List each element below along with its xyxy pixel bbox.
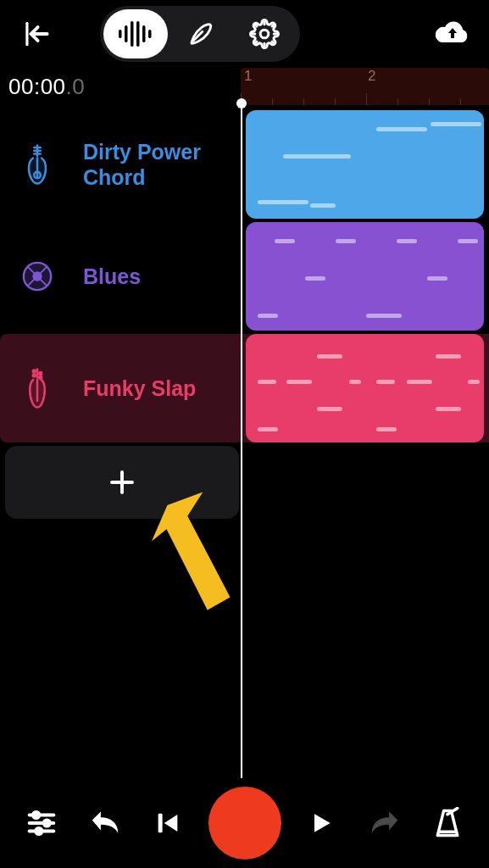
plus-icon xyxy=(107,467,137,498)
playhead[interactable] xyxy=(241,105,242,778)
undo-icon xyxy=(87,809,123,837)
track-header[interactable]: Dirty Power Chord xyxy=(0,110,241,219)
record-button[interactable] xyxy=(208,787,281,860)
ruler-mark: 1 xyxy=(244,68,252,85)
track-row[interactable]: Blues xyxy=(0,222,489,331)
svg-point-14 xyxy=(39,376,42,379)
guitar-icon xyxy=(20,143,54,186)
timecode-fraction: .0 xyxy=(66,74,86,99)
sliders-icon xyxy=(25,807,58,839)
svg-rect-3 xyxy=(131,21,134,47)
track-row-selected[interactable]: Funky Slap xyxy=(0,334,489,442)
mixer-button[interactable] xyxy=(19,800,64,846)
timeline-ruler[interactable]: 1 2 xyxy=(241,68,489,105)
drum-icon xyxy=(20,260,54,292)
track-clip[interactable] xyxy=(246,334,484,442)
track-row[interactable]: Dirty Power Chord xyxy=(0,110,489,219)
mode-switcher xyxy=(100,6,300,62)
tracks-area: Dirty Power Chord Blues xyxy=(0,110,489,778)
undo-button[interactable] xyxy=(82,800,128,846)
svg-rect-5 xyxy=(142,25,146,42)
svg-point-7 xyxy=(260,30,269,38)
playhead-handle[interactable] xyxy=(236,98,247,108)
metronome-button[interactable] xyxy=(425,800,470,846)
svg-rect-22 xyxy=(158,814,163,833)
track-name: Funky Slap xyxy=(83,376,196,401)
skip-back-icon xyxy=(153,809,182,837)
svg-point-11 xyxy=(33,370,36,373)
timecode-main: 00:00 xyxy=(8,74,66,99)
svg-point-13 xyxy=(33,375,36,377)
back-button[interactable] xyxy=(15,13,58,55)
top-toolbar xyxy=(0,0,489,68)
track-name: Blues xyxy=(83,264,141,289)
add-track-button[interactable] xyxy=(5,446,239,519)
play-icon xyxy=(308,808,335,838)
svg-point-19 xyxy=(44,821,50,826)
transport-bar xyxy=(0,778,489,868)
svg-point-12 xyxy=(39,372,42,375)
feather-icon xyxy=(186,19,214,48)
svg-rect-1 xyxy=(119,30,122,38)
ruler-mark: 2 xyxy=(368,68,375,85)
svg-rect-6 xyxy=(148,30,152,38)
rewind-button[interactable] xyxy=(145,800,191,846)
track-header[interactable]: Funky Slap xyxy=(0,334,241,442)
svg-point-21 xyxy=(36,828,42,834)
svg-point-17 xyxy=(33,812,39,818)
lyrics-mode-button[interactable] xyxy=(168,9,232,58)
track-clip[interactable] xyxy=(246,110,484,219)
timecode-display: 00:00.0 xyxy=(0,74,241,100)
svg-rect-0 xyxy=(25,22,28,47)
upload-button[interactable] xyxy=(431,13,474,55)
cloud-upload-icon xyxy=(434,19,471,48)
redo-button[interactable] xyxy=(362,800,408,846)
track-name: Dirty Power Chord xyxy=(83,139,227,190)
gear-icon xyxy=(249,19,280,49)
settings-mode-button[interactable] xyxy=(232,9,297,58)
svg-rect-4 xyxy=(136,21,140,47)
metronome-icon xyxy=(432,807,463,839)
svg-rect-2 xyxy=(125,25,128,42)
tracks-mode-button[interactable] xyxy=(103,9,168,58)
bass-icon xyxy=(20,367,54,409)
redo-icon xyxy=(367,809,403,837)
play-button[interactable] xyxy=(298,800,344,846)
track-clip[interactable] xyxy=(246,222,484,331)
track-header[interactable]: Blues xyxy=(0,222,241,331)
waveform-icon xyxy=(117,19,154,48)
